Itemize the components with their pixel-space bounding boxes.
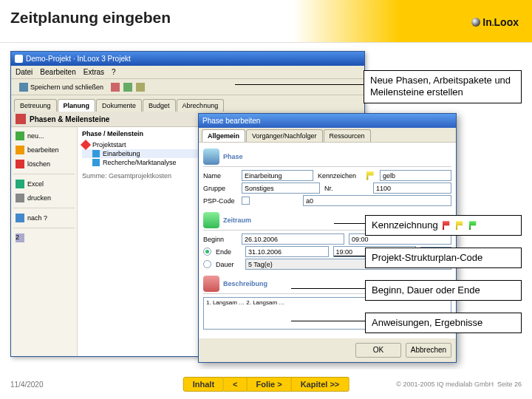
slide-title: Zeitplanung eingeben [0, 0, 532, 27]
tab-budget[interactable]: Budget [143, 99, 176, 112]
footer-date: 11/4/2020 [10, 381, 44, 389]
dialog-title: Phase bearbeiten [202, 117, 260, 125]
menu-edit[interactable]: Bearbeiten [40, 68, 75, 76]
excel-button[interactable]: Excel [13, 178, 75, 190]
ok-button[interactable]: OK [355, 343, 401, 358]
dialog-titlebar[interactable]: Phase bearbeiten [199, 114, 456, 128]
leader-line [334, 256, 368, 256]
tab-strip: Betreuung Planung Dokumente Budget Abrec… [11, 95, 364, 112]
menubar: Datei Bearbeiten Extras ? [11, 66, 364, 79]
menu-extras[interactable]: Extras [83, 68, 104, 76]
nr-input[interactable]: 1100 [373, 183, 451, 194]
footer-nav: Inhalt < Folie > Kapitel >> [183, 377, 349, 392]
tab-allgemein[interactable]: Allgemein [202, 129, 245, 142]
gruppe-select[interactable]: Sonstiges [242, 183, 320, 194]
tab-ressourcen[interactable]: Ressourcen [324, 129, 371, 142]
phase-icon [92, 159, 100, 166]
toolbar: Speichern und schließen [11, 79, 364, 95]
save-icon [19, 83, 28, 92]
logo-dot-icon [471, 18, 480, 27]
callout-kennzeichnung: Kennzeichnung [365, 215, 522, 236]
calendar-icon [16, 114, 26, 124]
beschreibung-group-icon [203, 276, 219, 292]
label-psp: PSP-Code [203, 197, 237, 205]
tab-abrechnung[interactable]: Abrechnung [177, 99, 225, 112]
milestone-icon [81, 140, 91, 150]
pref-button[interactable]: nach ? [13, 212, 75, 224]
dauer-radio[interactable] [203, 260, 211, 268]
logo-text: In.Loox [482, 16, 519, 28]
psp-checkbox[interactable] [242, 197, 250, 205]
tab-vorgaenger[interactable]: Vorgänger/Nachfolger [246, 129, 323, 142]
num-icon: 2 [16, 233, 24, 242]
leader-line [334, 223, 368, 224]
tab-dokumente[interactable]: Dokumente [96, 99, 142, 112]
tool-icon-2[interactable] [123, 83, 132, 92]
logo: In.Loox [471, 16, 519, 28]
label-nr: Nr. [324, 185, 369, 192]
menu-help[interactable]: ? [112, 68, 116, 76]
flag-green-icon [469, 221, 478, 230]
side-actions: neu... bearbeiten löschen Excel drucken … [11, 127, 78, 356]
edit-button[interactable]: bearbeiten [13, 144, 75, 156]
callout-new: Neue Phasen, Arbeitspakete und Meilenste… [364, 70, 522, 103]
label-dauer: Dauer [216, 261, 241, 268]
callout-anweisungen: Anweisungen, Ergebnisse [365, 313, 522, 333]
label-ende: Ende [216, 248, 241, 256]
group-beschreibung: Beschreibung [223, 280, 267, 287]
nav-folie[interactable]: Folie > [248, 377, 292, 392]
psp-input[interactable]: a0 [303, 195, 451, 206]
dialog-tabs: Allgemein Vorgänger/Nachfolger Ressource… [199, 128, 456, 143]
save-close-button[interactable]: Speichern und schließen [16, 81, 107, 93]
excel-icon [16, 180, 24, 188]
label-beginn: Beginn [203, 236, 237, 243]
ende-radio[interactable] [203, 248, 211, 256]
menu-file[interactable]: Datei [16, 68, 33, 76]
new-button[interactable]: neu... [13, 130, 75, 142]
tab-betreuung[interactable]: Betreuung [14, 99, 57, 112]
flag-icon [366, 171, 375, 180]
leader-line [235, 84, 368, 85]
flag-yellow-icon [456, 221, 465, 230]
app-titlebar[interactable]: Demo-Projekt · InLoox 3 Projekt [11, 52, 364, 66]
ende-date-input[interactable]: 31.10.2006 [245, 246, 329, 257]
delete-icon [16, 160, 24, 168]
nav-kapitel[interactable]: Kapitel >> [292, 377, 349, 392]
delete-button[interactable]: löschen [13, 158, 75, 170]
name-input[interactable]: Einarbeitung [242, 170, 313, 181]
group-zeitraum: Zeitraum [223, 216, 251, 224]
nav-prev[interactable]: < [224, 377, 247, 392]
phase-icon [92, 150, 100, 157]
plus-icon [16, 132, 24, 140]
phase-group-icon [203, 149, 219, 165]
beginn-date-input[interactable]: 26.10.2006 [242, 233, 344, 245]
leader-line [291, 288, 368, 289]
label-kennzeichen: Kennzeichen [318, 172, 362, 180]
callout-beginn: Beginn, Dauer oder Ende [365, 280, 522, 301]
label-gruppe: Gruppe [203, 185, 237, 192]
label-name: Name [203, 172, 237, 180]
tool-icon-3[interactable] [136, 83, 145, 92]
tab-planung[interactable]: Planung [58, 99, 96, 112]
cancel-button[interactable]: Abbrechen [406, 343, 451, 358]
app-title: Demo-Projekt · InLoox 3 Projekt [26, 55, 131, 63]
zeitraum-group-icon [203, 212, 219, 228]
group-phase: Phase [223, 153, 243, 160]
app-icon [15, 55, 23, 63]
nav-inhalt[interactable]: Inhalt [183, 377, 224, 392]
leader-line [291, 321, 368, 321]
arrow-icon [16, 214, 24, 222]
flag-red-icon [443, 221, 451, 230]
print-button[interactable]: drucken [13, 192, 75, 204]
pencil-icon [16, 146, 24, 154]
kennzeichen-select[interactable]: gelb [380, 170, 451, 181]
footer-copyright: © 2001-2005 IQ medialab GmbH Seite 26 [396, 381, 522, 388]
tool-icon-1[interactable] [111, 83, 120, 92]
spinner[interactable]: 2 [13, 232, 75, 244]
callout-psp: Projekt-Strukturplan-Code [365, 248, 522, 268]
print-icon [16, 194, 24, 202]
